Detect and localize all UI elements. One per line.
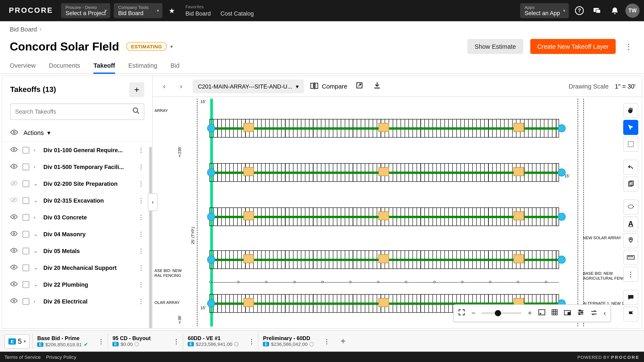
estimate-tab[interactable]: Preliminary - 60DD E$236,586,042.00 ⋮ [258,333,333,349]
breadcrumb-link[interactable]: Bid Board [10,26,37,33]
undo-button[interactable] [623,160,638,175]
takeoff-item[interactable]: › Div 01-500 Temporary Facili... ⋮ [2,158,152,175]
visibility-toggle-icon[interactable] [10,163,18,170]
tab-bid[interactable]: Bid [170,58,180,73]
chat-icon[interactable] [590,3,604,18]
marquee-select-tool[interactable] [623,137,638,152]
pan-tool[interactable] [623,103,638,118]
takeoff-anchor-point[interactable] [558,256,566,264]
search-takeoffs[interactable] [10,103,144,120]
add-estimate-tab-button[interactable]: + [336,336,350,347]
grid-button[interactable] [551,309,558,317]
user-avatar[interactable]: TW [626,3,640,18]
select-checkbox[interactable] [22,214,29,221]
drawing-canvas[interactable]: ARRAY ±235' 25' (TYP.) ±38' 15' 15' 15' … [153,97,642,328]
ruler-tool[interactable] [623,250,638,265]
expand-toggle-icon[interactable]: ⌄ [34,265,39,271]
minimap-button[interactable] [564,309,571,317]
visibility-toggle-icon[interactable] [10,264,18,271]
visibility-toggle-icon[interactable] [10,298,18,305]
select-checkbox[interactable] [22,281,29,288]
status-caret-icon[interactable]: ▾ [170,44,173,49]
select-checkbox[interactable] [22,163,29,170]
expand-toggle-icon[interactable]: › [34,299,39,304]
collapse-panel-button[interactable]: ‹ [148,193,158,211]
zoom-in-button[interactable]: + [528,309,532,317]
select-checkbox[interactable] [22,197,29,204]
collapse-right-button[interactable]: ‹ [604,309,606,317]
select-checkbox[interactable] [22,248,29,254]
tab-menu-icon[interactable]: ⋮ [324,338,330,345]
item-menu-icon[interactable]: ⋮ [138,214,144,221]
favorite-link-cost-catalog[interactable]: Cost Catalog [220,10,254,17]
copy-button[interactable] [623,176,638,192]
takeoff-anchor-point[interactable] [207,256,215,264]
flag-tool[interactable] [623,307,638,322]
visibility-all-icon[interactable] [10,129,18,137]
tab-menu-icon[interactable]: ⋮ [173,338,179,345]
privacy-link[interactable]: Privacy Policy [46,354,76,360]
estimate-tab[interactable]: 95 CD - Buyout E$0.00 ⋮ [108,333,183,349]
company-tools-selector[interactable]: Company Tools Bid Board ▾ [114,3,162,18]
visibility-toggle-icon[interactable] [10,247,18,254]
select-checkbox[interactable] [22,231,29,237]
scrollbar[interactable] [149,147,152,329]
select-tool[interactable] [623,120,638,135]
takeoff-anchor-point[interactable] [207,124,215,132]
item-menu-icon[interactable]: ⋮ [138,298,144,305]
compare-button[interactable]: Compare [310,81,347,91]
download-icon[interactable] [371,82,383,91]
visibility-toggle-icon[interactable] [10,197,18,204]
drawing-selector[interactable]: C201-MAIN-ARRAY---SITE-AND-U... ▾ [192,79,304,93]
takeoff-item[interactable]: ⌄ Div 02-315 Excavation ⋮ [2,192,152,209]
visibility-toggle-icon[interactable] [10,180,18,187]
lasso-tool[interactable] [623,199,638,215]
takeoff-anchor-point[interactable] [558,169,566,176]
comment-tool[interactable] [623,290,638,305]
takeoff-item[interactable]: › Div 26 Electrical ⋮ [2,293,152,310]
next-drawing-button[interactable]: › [176,82,186,90]
settings-sliders-button[interactable] [577,309,584,317]
tab-menu-icon[interactable]: ⋮ [248,338,255,345]
tab-estimating[interactable]: Estimating [128,58,158,73]
expand-toggle-icon[interactable]: ⌄ [34,198,39,203]
fullscreen-button[interactable] [458,309,465,318]
favorite-link-bid-board[interactable]: Bid Board [186,10,211,17]
expand-toggle-icon[interactable]: › [34,215,39,220]
item-menu-icon[interactable]: ⋮ [138,247,144,254]
fit-width-button[interactable] [538,309,545,317]
text-tool[interactable]: A [623,216,638,231]
tab-takeoff[interactable]: Takeoff [94,58,115,73]
select-checkbox[interactable] [22,147,29,153]
expand-toggle-icon[interactable]: ⌄ [34,282,39,287]
pin-tool[interactable] [623,233,638,248]
tab-menu-icon[interactable]: ⋮ [98,338,104,345]
visibility-toggle-icon[interactable] [10,281,18,288]
more-tools-button[interactable]: ⋮ [623,267,638,282]
tab-overview[interactable]: Overview [10,58,36,73]
apps-selector[interactable]: Apps Select an App ▾ [520,3,569,18]
favorite-star-icon[interactable]: ★ [169,6,175,15]
takeoff-item[interactable]: › Div 03 Concrete ⋮ [2,209,152,226]
help-icon[interactable]: ? [572,3,586,18]
item-menu-icon[interactable]: ⋮ [138,231,144,238]
takeoff-item[interactable]: ⌄ Div 05 Metals ⋮ [2,242,152,259]
select-checkbox[interactable] [22,264,29,271]
open-external-icon[interactable] [354,82,365,91]
expand-toggle-icon[interactable]: ⌄ [34,231,39,237]
item-menu-icon[interactable]: ⋮ [138,180,144,187]
notifications-icon[interactable] [608,3,622,18]
takeoff-item[interactable]: ⌄ Div 02-200 Site Preparation ⋮ [2,175,152,192]
takeoff-item[interactable]: ⌄ Div 04 Masonry ⋮ [2,226,152,242]
item-menu-icon[interactable]: ⋮ [138,281,144,288]
tab-documents[interactable]: Documents [49,58,80,73]
item-menu-icon[interactable]: ⋮ [138,163,144,170]
takeoff-item[interactable]: ⌄ Div 22 Plumbing ⋮ [2,276,152,293]
expand-toggle-icon[interactable]: ⌄ [34,248,39,254]
estimate-tab[interactable]: 60DD - VE #1 E$223,586,941.00 ⋮ [183,333,258,349]
project-selector[interactable]: Procore - Demo Select a Project ▾ [61,3,110,18]
takeoff-anchor-point[interactable] [558,213,566,221]
takeoff-item[interactable]: ⌄ Div 20 Mechanical Support ⋮ [2,259,152,276]
item-menu-icon[interactable]: ⋮ [138,197,144,204]
expand-toggle-icon[interactable]: ⌄ [34,181,39,186]
